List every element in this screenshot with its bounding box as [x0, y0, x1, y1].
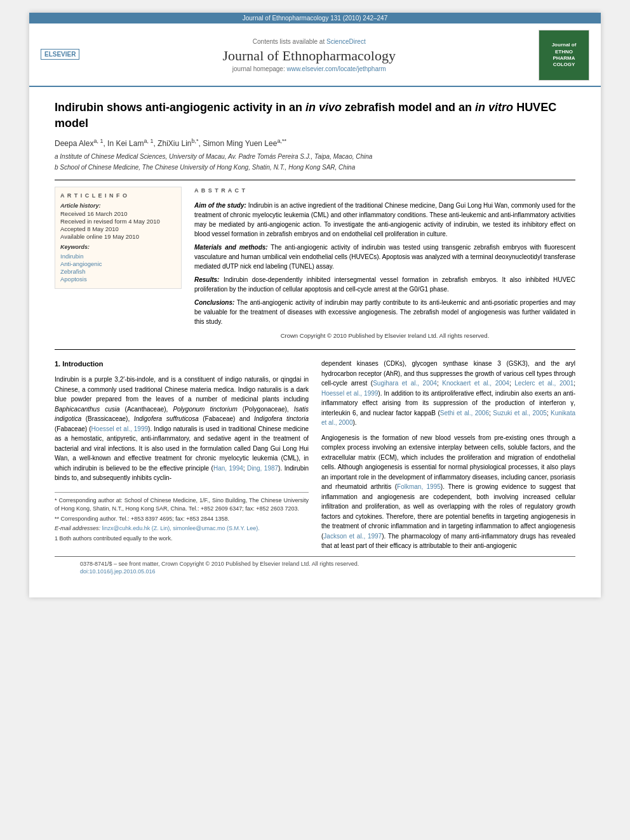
abstract-methods: Materials and methods: The anti-angiogen…	[194, 243, 575, 271]
aim-label: Aim of the study:	[194, 202, 246, 209]
body-col-left: 1. Introduction Indirubin is a purple 3,…	[55, 359, 309, 556]
intro-para-3: Angiogenesis is the formation of new blo…	[321, 433, 575, 551]
cite-ding1987[interactable]: Ding, 1987	[247, 465, 278, 472]
cite-hoessel-1999b[interactable]: Hoessel et al., 1999	[321, 390, 378, 397]
journal-cover-thumbnail: Journal of ETHNO PHARMA COLOGY	[539, 30, 589, 81]
cite-knockaert[interactable]: Knockaert et al., 2004	[442, 380, 509, 387]
received-date: Received 16 March 2010	[60, 210, 176, 217]
affil-b-text: b School of Chinese Medicine, The Chines…	[55, 164, 355, 171]
elsevier-logo: ELSEVIER	[41, 49, 79, 60]
cite-leclerc[interactable]: Leclerc et al., 2001	[514, 380, 573, 387]
info-abstract-section: A R T I C L E I N F O Article history: R…	[55, 180, 575, 340]
abstract-heading: A B S T R A C T	[194, 187, 575, 196]
journal-cover-text: Journal of ETHNO PHARMA COLOGY	[552, 42, 577, 69]
abstract-section: A B S T R A C T Aim of the study: Indiru…	[194, 187, 575, 340]
body-col-right: dependent kinases (CDKs), glycogen synth…	[321, 359, 575, 556]
affiliations: a Institute of Chinese Medical Sciences,…	[55, 152, 575, 172]
mm-label: Materials and methods:	[194, 244, 268, 251]
journal-title: Journal of Ethnopharmacology	[79, 48, 539, 64]
email-addresses[interactable]: linzx@cuhk.edu.hk (Z. Lin), simonlee@uma…	[102, 525, 260, 531]
author-1: Deepa Alex	[55, 139, 93, 148]
keyword-2: Anti-angiogenic	[60, 260, 176, 267]
article-info-heading: A R T I C L E I N F O	[60, 192, 176, 199]
intro-para-2-text: dependent kinases (CDKs), glycogen synth…	[321, 360, 575, 426]
keyword-1: Indirubin	[60, 253, 176, 260]
intro-para-3-text: Angiogenesis is the formation of new blo…	[321, 434, 575, 550]
title-italic-1: in vivo	[305, 101, 342, 114]
footnotes-section: * Corresponding author at: School of Chi…	[55, 492, 309, 543]
affiliation-a: a Institute of Chinese Medical Sciences,…	[55, 152, 575, 161]
footnote-email: E-mail addresses: linzx@cuhk.edu.hk (Z. …	[55, 524, 309, 533]
abstract-results: Results: Indirubin dose-dependently inhi…	[194, 275, 575, 294]
article-info-box: A R T I C L E I N F O Article history: R…	[55, 187, 182, 289]
author-3-sup: b,*	[191, 138, 198, 144]
cite-sethi[interactable]: Sethi et al., 2006	[440, 410, 489, 417]
conclusions-text: The anti-angiogenic activity of indirubi…	[194, 299, 575, 325]
page: Journal of Ethnopharmacology 131 (2010) …	[29, 13, 601, 597]
conclusions-label: Conclusions:	[194, 299, 234, 306]
cite-sugihara[interactable]: Sugihara et al., 2004	[373, 380, 437, 387]
elsevier-branding: ELSEVIER	[41, 49, 79, 62]
sciencedirect-notice: Contents lists available at ScienceDirec…	[79, 38, 539, 45]
footnote-corresponding-1: * Corresponding author at: School of Chi…	[55, 497, 309, 514]
sciencedirect-prefix: Contents lists available at	[253, 38, 325, 45]
affiliation-b: b School of Chinese Medicine, The Chines…	[55, 163, 575, 172]
sciencedirect-link[interactable]: ScienceDirect	[326, 38, 366, 45]
journal-volume-text: Journal of Ethnopharmacology 131 (2010) …	[243, 15, 388, 22]
author-1-sup: a, 1	[93, 138, 103, 144]
title-text-2: zebrafish model and an	[342, 101, 475, 114]
article-body: Indirubin shows anti-angiogenic activity…	[29, 87, 601, 597]
footer-issn: 0378-8741/$ – see front matter, Crown Co…	[80, 561, 359, 567]
cite-folkman[interactable]: Folkman, 1995	[397, 483, 441, 490]
keywords-label: Keywords:	[60, 244, 176, 250]
page-footer: 0378-8741/$ – see front matter, Crown Co…	[55, 556, 575, 578]
available-date: Available online 19 May 2010	[60, 233, 176, 240]
intro-number: 1.	[55, 360, 60, 368]
abstract-column: A B S T R A C T Aim of the study: Indiru…	[194, 187, 575, 340]
article-info-column: A R T I C L E I N F O Article history: R…	[55, 187, 182, 340]
author-4-prefix: , Simon Ming Yuen Lee	[199, 139, 278, 148]
abstract-conclusions: Conclusions: The anti-angiogenic activit…	[194, 298, 575, 326]
footnote-equal-contrib: 1 Both authors contributed equally to th…	[55, 535, 309, 543]
footer-info: 0378-8741/$ – see front matter, Crown Co…	[80, 561, 359, 575]
journal-volume-bar: Journal of Ethnopharmacology 131 (2010) …	[29, 13, 601, 23]
aim-text: Indirubin is an active ingredient of the…	[194, 202, 575, 237]
affil-a-text: a Institute of Chinese Medical Sciences,…	[55, 153, 372, 160]
author-2-prefix: , In Kei Lam	[103, 139, 144, 148]
homepage-label: journal homepage:	[232, 65, 285, 72]
footer-doi: doi:10.1016/j.jep.2010.05.016	[80, 568, 359, 575]
section-divider	[55, 349, 575, 350]
journal-header: ELSEVIER Contents lists available at Sci…	[29, 23, 601, 87]
cite-hoessel1999[interactable]: Hoessel et al., 1999	[91, 425, 148, 432]
article-title: Indirubin shows anti-angiogenic activity…	[55, 100, 575, 131]
title-text-1: Indirubin shows anti-angiogenic activity…	[55, 101, 305, 114]
homepage-url[interactable]: www.elsevier.com/locate/jethpharm	[286, 65, 385, 72]
cite-jackson[interactable]: Jackson et al., 1997	[323, 533, 382, 540]
article-history-label: Article history:	[60, 203, 176, 209]
intro-heading-text: Introduction	[62, 360, 103, 368]
keyword-3: Zebrafish	[60, 268, 176, 275]
intro-heading: 1. Introduction	[55, 359, 309, 370]
journal-title-section: Contents lists available at ScienceDirec…	[79, 38, 539, 72]
author-3-prefix: , ZhiXiu Lin	[153, 139, 191, 148]
title-italic-2: in vitro	[475, 101, 513, 114]
body-text-section: 1. Introduction Indirubin is a purple 3,…	[55, 359, 575, 556]
copyright-notice: Crown Copyright © 2010 Published by Else…	[194, 331, 575, 340]
elsevier-label: ELSEVIER	[44, 51, 76, 58]
intro-para-1: Indirubin is a purple 3,2′-bis-indole, a…	[55, 375, 309, 483]
intro-para-2: dependent kinases (CDKs), glycogen synth…	[321, 359, 575, 428]
revised-date: Received in revised form 4 May 2010	[60, 218, 176, 225]
accepted-date: Accepted 8 May 2010	[60, 225, 176, 232]
results-text: Indirubin dose-dependently inhibited int…	[194, 276, 575, 293]
email-label: E-mail addresses:	[55, 525, 100, 531]
intro-para-1-text: Indirubin is a purple 3,2′-bis-indole, a…	[55, 376, 309, 481]
cite-han1994[interactable]: Han, 1994	[213, 465, 243, 472]
cite-suzuki[interactable]: Suzuki et al., 2005	[493, 410, 546, 417]
author-4-sup: a,**	[277, 138, 286, 144]
keyword-4: Apoptosis	[60, 276, 176, 283]
authors-line: Deepa Alexa, 1, In Kei Lama, 1, ZhiXiu L…	[55, 138, 575, 148]
author-2-sup: a, 1	[144, 138, 153, 144]
footnote-corresponding-2: ** Corresponding author. Tel.: +853 8397…	[55, 515, 309, 524]
abstract-aim: Aim of the study: Indirubin is an active…	[194, 201, 575, 239]
keywords-list: Indirubin Anti-angiogenic Zebrafish Apop…	[60, 253, 176, 283]
